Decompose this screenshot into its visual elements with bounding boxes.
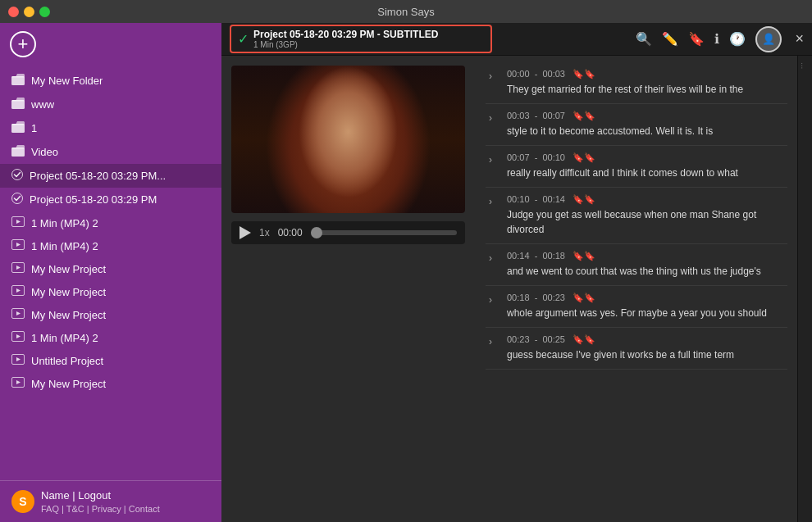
sidebar-item-icon: [11, 216, 25, 229]
sidebar-item-1min-mp4-1[interactable]: 1 Min (MP4) 2: [0, 211, 221, 234]
sidebar-item-1min-mp4-3[interactable]: 1 Min (MP4) 2: [0, 326, 221, 349]
sidebar: + My New Folderwww1VideoProject 05-18-20…: [0, 23, 221, 522]
transcript-item[interactable]: › 00:00 - 00:03 🔖🔖 They get married for …: [486, 62, 787, 104]
transcript-panel: › 00:00 - 00:03 🔖🔖 They get married for …: [476, 56, 797, 522]
transcript-item[interactable]: › 00:23 - 00:25 🔖🔖 guess because I've gi…: [486, 328, 787, 370]
svg-point-4: [12, 170, 23, 180]
transcript-item[interactable]: › 00:10 - 00:14 🔖🔖 Judge you get as well…: [486, 188, 787, 244]
transcript-item[interactable]: › 00:18 - 00:23 🔖🔖 whole argument was ye…: [486, 286, 787, 328]
project-badge-text: Project 05-18-20 03:29 PM - SUBTITLED 1 …: [253, 29, 438, 49]
transcript-arrow: ›: [489, 334, 502, 347]
sidebar-item-icon: [11, 285, 25, 298]
transcript-item[interactable]: › 00:03 - 00:07 🔖🔖 style to it to become…: [486, 104, 787, 146]
sidebar-item-label: 1 Min (MP4) 2: [31, 217, 98, 229]
sidebar-item-icon: [11, 262, 25, 275]
svg-rect-0: [11, 76, 25, 85]
sidebar-item-icon: [11, 121, 25, 135]
transcript-text-block: 00:00 - 00:03 🔖🔖 They get married for th…: [507, 69, 779, 97]
sidebar-item-label: My New Project: [31, 378, 106, 390]
add-project-button[interactable]: +: [10, 31, 36, 57]
transcript-text-block: 00:18 - 00:23 🔖🔖 whole argument was yes.…: [507, 293, 779, 320]
search-icon[interactable]: 🔍: [636, 31, 652, 47]
transcript-text-block: 00:03 - 00:07 🔖🔖 style to it to become a…: [507, 111, 779, 138]
edit-icon[interactable]: ✏️: [662, 31, 678, 47]
info-icon[interactable]: ℹ: [714, 31, 719, 47]
transcript-text-block: 00:14 - 00:18 🔖🔖 and we went to court th…: [507, 251, 779, 279]
sidebar-item-label: My New Project: [31, 309, 106, 321]
sidebar-item-1min-mp4-2[interactable]: 1 Min (MP4) 2: [0, 234, 221, 257]
user-avatar[interactable]: 👤: [755, 26, 782, 52]
svg-rect-3: [11, 148, 25, 157]
sidebar-item-project-1[interactable]: Project 05-18-20 03:29 PM...: [0, 164, 221, 188]
transcript-item[interactable]: › 00:07 - 00:10 🔖🔖 really really difficu…: [486, 146, 787, 188]
sidebar-item-icon: [11, 239, 25, 252]
sidebar-item-untitled-project[interactable]: Untitled Project: [0, 349, 221, 372]
footer-links: FAQ | T&C | Privacy | Contact: [41, 504, 160, 514]
sidebar-item-1[interactable]: 1: [0, 116, 221, 140]
video-frame: [231, 66, 465, 213]
transcript-arrow: ›: [489, 111, 502, 124]
speed-label[interactable]: 1x: [259, 227, 270, 238]
top-bar-actions: 🔍 ✏️ 🔖 ℹ 🕐 👤 ×: [636, 26, 804, 52]
sidebar-item-icon: [11, 193, 23, 207]
content-area: ✓ Project 05-18-20 03:29 PM - SUBTITLED …: [221, 23, 812, 522]
sidebar-item-icon: [11, 308, 25, 321]
right-edge-panel: ...: [797, 56, 812, 522]
play-button[interactable]: [239, 226, 251, 239]
sidebar-item-my-new-project-2[interactable]: My New Project: [0, 280, 221, 303]
time-display: 00:00: [278, 227, 303, 238]
transcript-arrow: ›: [489, 152, 502, 166]
transcript-arrow: ›: [489, 293, 502, 306]
sidebar-footer: S Name | Logout FAQ | T&C | Privacy | Co…: [0, 480, 221, 522]
project-badge-title: Project 05-18-20 03:29 PM - SUBTITLED: [253, 29, 438, 40]
transcript-text: and we went to court that was the thing …: [507, 264, 779, 279]
transcript-text: Judge you get as well because when one m…: [507, 207, 779, 237]
traffic-lights: [8, 7, 50, 17]
sidebar-item-label: 1: [31, 122, 37, 134]
close-button[interactable]: ×: [795, 30, 804, 48]
sidebar-item-label: My New Project: [31, 263, 106, 275]
sidebar-item-my-new-project-3[interactable]: My New Project: [0, 303, 221, 326]
sidebar-item-label: My New Project: [31, 286, 106, 298]
project-badge-sub: 1 Min (3GP): [253, 40, 438, 49]
transcript-time: 00:18 - 00:23 🔖🔖: [507, 293, 779, 303]
sidebar-item-icon: [11, 169, 23, 183]
sidebar-item-icon: [11, 377, 25, 390]
sidebar-item-label: Untitled Project: [31, 355, 103, 367]
video-transcript: 1x 00:00 › 00:00 - 00:03 🔖🔖 They get mar…: [221, 56, 812, 522]
progress-bar[interactable]: [311, 230, 457, 235]
sidebar-item-my-new-project-1[interactable]: My New Project: [0, 257, 221, 280]
sidebar-item-my-new-project-4[interactable]: My New Project: [0, 372, 221, 395]
progress-indicator: [311, 227, 322, 238]
sidebar-item-label: www: [31, 98, 54, 111]
sidebar-header: +: [0, 23, 221, 66]
history-icon[interactable]: 🕐: [729, 31, 746, 47]
sidebar-list: My New Folderwww1VideoProject 05-18-20 0…: [0, 66, 221, 480]
check-icon: ✓: [238, 31, 249, 47]
sidebar-item-label: 1 Min (MP4) 2: [31, 240, 98, 252]
sidebar-item-icon: [11, 331, 25, 344]
minimize-traffic-light[interactable]: [24, 7, 34, 17]
transcript-time: 00:14 - 00:18 🔖🔖: [507, 251, 779, 261]
top-bar: ✓ Project 05-18-20 03:29 PM - SUBTITLED …: [221, 23, 812, 56]
transcript-item[interactable]: › 00:14 - 00:18 🔖🔖 and we went to court …: [486, 244, 787, 286]
svg-point-5: [12, 193, 23, 204]
bookmark-icon[interactable]: 🔖: [688, 31, 705, 47]
sidebar-item-label: 1 Min (MP4) 2: [31, 332, 98, 344]
close-traffic-light[interactable]: [8, 7, 19, 17]
sidebar-item-www[interactable]: www: [0, 93, 221, 116]
sidebar-footer-text: Name | Logout FAQ | T&C | Privacy | Cont…: [41, 489, 160, 514]
user-label: Name | Logout: [41, 489, 160, 502]
video-controls: 1x 00:00: [231, 221, 465, 244]
transcript-arrow: ›: [489, 251, 502, 264]
app-logo: S: [11, 490, 34, 513]
transcript-text-block: 00:23 - 00:25 🔖🔖 guess because I've give…: [507, 334, 779, 362]
transcript-time: 00:10 - 00:14 🔖🔖: [507, 194, 779, 205]
sidebar-item-video[interactable]: Video: [0, 140, 221, 164]
sidebar-item-project-2[interactable]: Project 05-18-20 03:29 PM: [0, 188, 221, 211]
fullscreen-traffic-light[interactable]: [39, 7, 50, 17]
app-title: Simon Says: [377, 6, 434, 18]
sidebar-item-my-new-folder[interactable]: My New Folder: [0, 69, 221, 93]
project-badge: ✓ Project 05-18-20 03:29 PM - SUBTITLED …: [230, 25, 492, 53]
transcript-time: 00:23 - 00:25 🔖🔖: [507, 334, 779, 345]
